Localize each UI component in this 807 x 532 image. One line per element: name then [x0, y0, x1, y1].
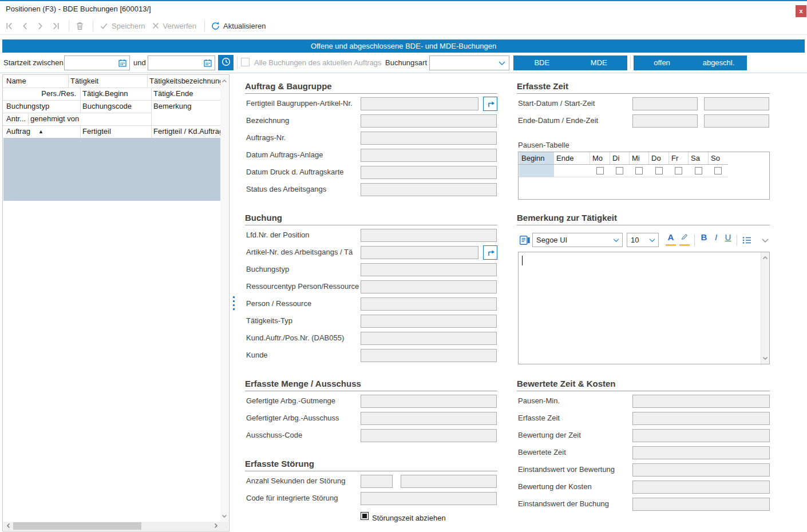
start-datum-input [632, 97, 698, 110]
filter-row: Startzeit zwischen und Alle Buchungen de… [0, 55, 807, 71]
pausen-checkbox-sa[interactable] [695, 167, 702, 174]
last-record-button [51, 21, 61, 31]
artikel-nr-arbeitsgang-input [361, 246, 478, 259]
pausen-col-fr[interactable]: Fr [669, 152, 689, 164]
person-ressource-input [361, 297, 497, 311]
ende-datum-input [632, 114, 698, 128]
section-title: Bewertete Zeit & Kosten [517, 379, 616, 388]
auftrags-nr-input [361, 132, 497, 145]
pausen-min-input [632, 395, 770, 408]
pausen-col-beginn[interactable]: Beginn [519, 152, 554, 164]
discard-button: Verwerfen [151, 21, 197, 30]
scroll-down-icon[interactable] [762, 355, 769, 362]
field-label: Bewertung der Kosten [518, 482, 631, 491]
pausen-checkbox-mo[interactable] [596, 167, 604, 174]
refresh-button[interactable]: Aktualisieren [211, 21, 266, 31]
pausen-checkbox-fr[interactable] [675, 167, 682, 174]
first-record-button [5, 21, 14, 31]
pencil-icon [681, 232, 689, 241]
highlight-button[interactable] [679, 232, 690, 247]
pausen-col-do[interactable]: Do [649, 152, 669, 164]
mde-button[interactable]: MDE [571, 55, 628, 70]
pausen-col-mo[interactable]: Mo [590, 152, 610, 164]
offen-button[interactable]: offen [634, 55, 690, 70]
last-record-icon [51, 21, 61, 31]
bold-button[interactable]: B [699, 232, 709, 247]
field-row: Einstandswert der Buchung [0, 498, 807, 511]
offen-abgeschl-toggle[interactable]: offen abgeschl. [634, 55, 747, 70]
jump-to-arbeitsgang-button[interactable] [483, 245, 497, 260]
divider [737, 235, 737, 246]
erfasste-zeit-input [632, 412, 770, 425]
close-button[interactable]: x [796, 5, 806, 17]
checkbox-fill [362, 514, 367, 518]
datum-auftrags-anlage-input [361, 149, 497, 162]
field-label: Person / Ressource [246, 299, 359, 308]
pausen-checkbox-di[interactable] [616, 167, 623, 174]
column-header-taetigkeit[interactable]: Tätigkeit [70, 75, 145, 88]
column-header-name[interactable]: Name [6, 75, 67, 88]
alle-buchungen-label: Alle Buchungen des aktuellen Auftrags [254, 58, 382, 67]
font-family-select[interactable]: Segoe UI [532, 233, 623, 247]
more-options-chevron-icon[interactable] [762, 239, 769, 243]
datum-druck-auftragskarte-input [361, 166, 497, 179]
field-row: Einstandswert vor Bewertung [0, 463, 807, 477]
banner-text: Offene und abgeschlossene BDE- und MDE-B… [311, 42, 496, 50]
pausen-col-di[interactable]: Di [610, 152, 630, 164]
font-color-button[interactable]: A [666, 232, 676, 247]
bemerkung-textarea[interactable] [518, 252, 770, 364]
field-label: Artikel-Nr. des Arbeitsgangs / Tä [246, 248, 359, 256]
bde-button[interactable]: BDE [513, 55, 571, 70]
italic-button[interactable]: I [712, 232, 720, 247]
underline-button[interactable]: U [723, 232, 733, 247]
italic-label: I [715, 232, 717, 242]
calendar-icon[interactable] [203, 58, 212, 68]
pausen-col-sa[interactable]: Sa [689, 152, 709, 164]
scroll-up-icon[interactable] [221, 78, 228, 85]
bde-mde-toggle[interactable]: BDE MDE [513, 55, 627, 70]
pausen-col-so[interactable]: So [709, 152, 728, 164]
editor-scrollbar[interactable] [761, 252, 769, 364]
scroll-up-icon[interactable] [762, 255, 769, 261]
pausen-tabelle[interactable]: Beginn Ende Mo Di Mi Do Fr Sa So [518, 152, 770, 200]
text-blocks-icon[interactable] [519, 235, 531, 246]
discard-label: Verwerfen [163, 22, 197, 30]
kund-auftr-pos-nr-input [361, 332, 497, 345]
font-size-select[interactable]: 10 [627, 233, 659, 247]
startzeit-von-input[interactable] [64, 55, 130, 70]
divider [237, 56, 238, 69]
pausen-tabelle-label: Pausen-Tabelle [518, 141, 569, 149]
section-title: Auftrag & Baugruppe [245, 81, 332, 91]
save-label: Speichern [112, 22, 145, 30]
bullet-list-icon[interactable] [742, 235, 752, 245]
stoerungszeit-abziehen-checkbox[interactable] [361, 512, 369, 520]
lfd-nr-position-input [361, 229, 497, 242]
field-row: Start-Datum / Start-Zeit [0, 97, 807, 110]
field-label: Einstandswert der Buchung [518, 499, 631, 508]
section-title: Buchung [245, 213, 282, 223]
calendar-icon[interactable] [118, 58, 127, 68]
toolbar-divider [93, 20, 93, 31]
section-bewertete-zeit-kosten: Bewertete Zeit & Kosten [517, 379, 770, 391]
time-filter-button[interactable] [218, 55, 234, 70]
pausen-checkbox-so[interactable] [714, 167, 722, 174]
pausen-checkbox-mi[interactable] [635, 167, 643, 174]
pausen-row[interactable] [519, 165, 728, 177]
bewertung-der-kosten-input [632, 481, 770, 494]
divider [3, 88, 221, 88]
section-title: Bemerkung zur Tätigkeit [517, 213, 617, 223]
pausen-col-mi[interactable]: Mi [630, 152, 649, 164]
abgeschl-button[interactable]: abgeschl. [690, 55, 747, 70]
pausen-checkbox-do[interactable] [655, 167, 663, 174]
buchungsart-dropdown[interactable] [429, 55, 509, 70]
pausen-cell-beginn[interactable] [519, 165, 554, 177]
alle-buchungen-checkbox [241, 58, 250, 66]
first-record-icon [5, 21, 14, 31]
field-row: Auftrags-Nr. [0, 132, 807, 145]
startzeit-bis-input[interactable] [148, 55, 215, 70]
pausen-col-ende[interactable]: Ende [554, 152, 590, 164]
column-header-taetigkeitsbezeichnung[interactable]: Tätigkeitsbezeichnung [149, 75, 221, 88]
status-arbeitsgang-input [361, 183, 497, 196]
field-label: Start-Datum / Start-Zeit [518, 99, 631, 108]
ressourcentyp-input [361, 280, 497, 293]
